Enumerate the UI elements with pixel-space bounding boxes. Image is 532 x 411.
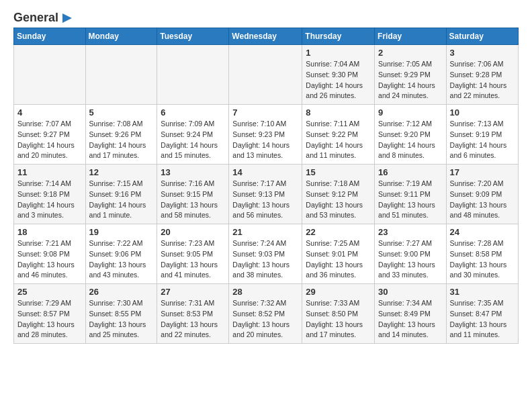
- day-number: 12: [89, 167, 154, 177]
- day-info: Sunrise: 7:29 AMSunset: 8:57 PMDaylight:…: [17, 298, 82, 340]
- day-number: 8: [306, 107, 371, 118]
- weekday-header: Sunday: [14, 28, 86, 45]
- weekday-header: Thursday: [302, 28, 375, 45]
- calendar-cell: 29Sunrise: 7:33 AMSunset: 8:50 PMDayligh…: [302, 284, 375, 344]
- day-info: Sunrise: 7:31 AMSunset: 8:53 PMDaylight:…: [161, 298, 225, 340]
- calendar-cell: 21Sunrise: 7:24 AMSunset: 9:03 PMDayligh…: [229, 224, 302, 284]
- day-number: 2: [378, 48, 443, 58]
- day-info: Sunrise: 7:21 AMSunset: 9:08 PMDaylight:…: [17, 238, 82, 281]
- calendar-cell: [157, 45, 229, 105]
- day-number: 16: [378, 167, 443, 177]
- calendar-cell: 30Sunrise: 7:34 AMSunset: 8:49 PMDayligh…: [375, 284, 447, 344]
- calendar-cell: 5Sunrise: 7:08 AMSunset: 9:26 PMDaylight…: [85, 105, 157, 165]
- day-info: Sunrise: 7:04 AMSunset: 9:30 PMDaylight:…: [306, 59, 371, 101]
- day-number: 21: [232, 227, 298, 237]
- day-number: 4: [17, 107, 82, 118]
- calendar-cell: 24Sunrise: 7:28 AMSunset: 8:58 PMDayligh…: [446, 224, 518, 284]
- calendar-cell: 23Sunrise: 7:27 AMSunset: 9:00 PMDayligh…: [375, 224, 447, 284]
- calendar-cell: 13Sunrise: 7:16 AMSunset: 9:15 PMDayligh…: [157, 165, 229, 224]
- svg-marker-0: [62, 13, 72, 23]
- calendar-cell: 27Sunrise: 7:31 AMSunset: 8:53 PMDayligh…: [157, 284, 229, 344]
- day-info: Sunrise: 7:22 AMSunset: 9:06 PMDaylight:…: [89, 238, 154, 281]
- day-number: 22: [306, 227, 371, 237]
- calendar-week-row: 1Sunrise: 7:04 AMSunset: 9:30 PMDaylight…: [14, 45, 519, 105]
- weekday-header: Saturday: [446, 28, 518, 45]
- calendar-cell: 10Sunrise: 7:13 AMSunset: 9:19 PMDayligh…: [446, 105, 518, 165]
- weekday-header: Monday: [85, 28, 157, 45]
- day-number: 19: [89, 227, 154, 237]
- calendar-cell: [14, 45, 86, 105]
- day-info: Sunrise: 7:24 AMSunset: 9:03 PMDaylight:…: [232, 238, 298, 281]
- weekday-header: Wednesday: [229, 28, 302, 45]
- calendar-cell: 20Sunrise: 7:23 AMSunset: 9:05 PMDayligh…: [157, 224, 229, 284]
- calendar-cell: 6Sunrise: 7:09 AMSunset: 9:24 PMDaylight…: [157, 105, 229, 165]
- day-info: Sunrise: 7:07 AMSunset: 9:27 PMDaylight:…: [17, 119, 82, 161]
- day-info: Sunrise: 7:11 AMSunset: 9:22 PMDaylight:…: [306, 119, 371, 161]
- calendar-cell: 1Sunrise: 7:04 AMSunset: 9:30 PMDaylight…: [302, 45, 375, 105]
- day-number: 15: [306, 167, 371, 177]
- day-number: 30: [378, 287, 443, 297]
- calendar-cell: 19Sunrise: 7:22 AMSunset: 9:06 PMDayligh…: [85, 224, 157, 284]
- day-number: 20: [161, 227, 225, 237]
- calendar-week-row: 25Sunrise: 7:29 AMSunset: 8:57 PMDayligh…: [14, 284, 519, 344]
- day-info: Sunrise: 7:23 AMSunset: 9:05 PMDaylight:…: [161, 238, 225, 281]
- calendar-cell: 4Sunrise: 7:07 AMSunset: 9:27 PMDaylight…: [14, 105, 86, 165]
- calendar-cell: 17Sunrise: 7:20 AMSunset: 9:09 PMDayligh…: [446, 165, 518, 224]
- day-number: 23: [378, 227, 443, 237]
- calendar-cell: 18Sunrise: 7:21 AMSunset: 9:08 PMDayligh…: [14, 224, 86, 284]
- day-number: 26: [89, 287, 154, 297]
- calendar-week-row: 11Sunrise: 7:14 AMSunset: 9:18 PMDayligh…: [14, 165, 519, 224]
- day-info: Sunrise: 7:13 AMSunset: 9:19 PMDaylight:…: [450, 119, 515, 161]
- calendar-cell: 2Sunrise: 7:05 AMSunset: 9:29 PMDaylight…: [375, 45, 447, 105]
- day-info: Sunrise: 7:30 AMSunset: 8:55 PMDaylight:…: [89, 298, 154, 340]
- calendar-cell: 11Sunrise: 7:14 AMSunset: 9:18 PMDayligh…: [14, 165, 86, 224]
- day-info: Sunrise: 7:17 AMSunset: 9:13 PMDaylight:…: [232, 179, 298, 221]
- day-number: 3: [450, 48, 515, 58]
- weekday-header: Tuesday: [157, 28, 229, 45]
- calendar-cell: 25Sunrise: 7:29 AMSunset: 8:57 PMDayligh…: [14, 284, 86, 344]
- calendar-cell: 12Sunrise: 7:15 AMSunset: 9:16 PMDayligh…: [85, 165, 157, 224]
- day-info: Sunrise: 7:16 AMSunset: 9:15 PMDaylight:…: [161, 179, 225, 221]
- day-number: 7: [232, 107, 298, 118]
- calendar-cell: 22Sunrise: 7:25 AMSunset: 9:01 PMDayligh…: [302, 224, 375, 284]
- day-number: 5: [89, 107, 154, 118]
- day-info: Sunrise: 7:09 AMSunset: 9:24 PMDaylight:…: [161, 119, 225, 161]
- day-info: Sunrise: 7:25 AMSunset: 9:01 PMDaylight:…: [306, 238, 371, 281]
- day-info: Sunrise: 7:34 AMSunset: 8:49 PMDaylight:…: [378, 298, 443, 340]
- calendar-cell: 26Sunrise: 7:30 AMSunset: 8:55 PMDayligh…: [85, 284, 157, 344]
- calendar-week-row: 18Sunrise: 7:21 AMSunset: 9:08 PMDayligh…: [14, 224, 519, 284]
- day-info: Sunrise: 7:12 AMSunset: 9:20 PMDaylight:…: [378, 119, 443, 161]
- day-number: 27: [161, 287, 225, 297]
- page-header: General: [13, 11, 519, 22]
- calendar-cell: 7Sunrise: 7:10 AMSunset: 9:23 PMDaylight…: [229, 105, 302, 165]
- calendar-cell: 14Sunrise: 7:17 AMSunset: 9:13 PMDayligh…: [229, 165, 302, 224]
- day-info: Sunrise: 7:08 AMSunset: 9:26 PMDaylight:…: [89, 119, 154, 161]
- calendar-cell: 16Sunrise: 7:19 AMSunset: 9:11 PMDayligh…: [375, 165, 447, 224]
- day-info: Sunrise: 7:35 AMSunset: 8:47 PMDaylight:…: [450, 298, 515, 340]
- day-info: Sunrise: 7:28 AMSunset: 8:58 PMDaylight:…: [450, 238, 515, 281]
- day-number: 18: [17, 227, 82, 237]
- calendar-cell: [229, 45, 302, 105]
- day-info: Sunrise: 7:14 AMSunset: 9:18 PMDaylight:…: [17, 179, 82, 221]
- day-info: Sunrise: 7:32 AMSunset: 8:52 PMDaylight:…: [232, 298, 298, 340]
- day-number: 1: [306, 48, 371, 58]
- day-info: Sunrise: 7:10 AMSunset: 9:23 PMDaylight:…: [232, 119, 298, 161]
- day-info: Sunrise: 7:06 AMSunset: 9:28 PMDaylight:…: [450, 59, 515, 101]
- day-number: 13: [161, 167, 225, 177]
- day-info: Sunrise: 7:15 AMSunset: 9:16 PMDaylight:…: [89, 179, 154, 221]
- day-number: 14: [232, 167, 298, 177]
- day-number: 6: [161, 107, 225, 118]
- day-number: 24: [450, 227, 515, 237]
- calendar-cell: 15Sunrise: 7:18 AMSunset: 9:12 PMDayligh…: [302, 165, 375, 224]
- day-info: Sunrise: 7:18 AMSunset: 9:12 PMDaylight:…: [306, 179, 371, 221]
- calendar-week-row: 4Sunrise: 7:07 AMSunset: 9:27 PMDaylight…: [14, 105, 519, 165]
- day-number: 9: [378, 107, 443, 118]
- day-number: 31: [450, 287, 515, 297]
- calendar-cell: 8Sunrise: 7:11 AMSunset: 9:22 PMDaylight…: [302, 105, 375, 165]
- day-number: 11: [17, 167, 82, 177]
- day-info: Sunrise: 7:20 AMSunset: 9:09 PMDaylight:…: [450, 179, 515, 221]
- day-info: Sunrise: 7:19 AMSunset: 9:11 PMDaylight:…: [378, 179, 443, 221]
- day-number: 10: [450, 107, 515, 118]
- day-info: Sunrise: 7:33 AMSunset: 8:50 PMDaylight:…: [306, 298, 371, 340]
- calendar-header: SundayMondayTuesdayWednesdayThursdayFrid…: [14, 28, 519, 45]
